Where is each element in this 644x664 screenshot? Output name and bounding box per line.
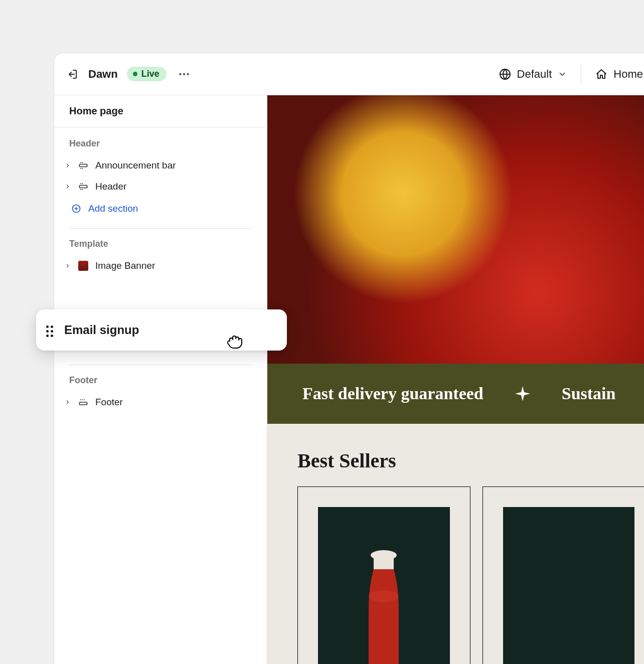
- product-card[interactable]: [482, 486, 645, 664]
- plus-circle-icon: [71, 204, 81, 214]
- thumbnail-icon: [78, 261, 88, 271]
- section-icon: [78, 397, 88, 407]
- chevron-right-icon: [64, 162, 71, 169]
- divider: [581, 64, 581, 84]
- section-icon: [78, 182, 88, 192]
- section-icon: [78, 160, 88, 171]
- group-label-header: Header: [54, 127, 267, 155]
- section-announcement-bar[interactable]: Announcement bar: [54, 155, 267, 176]
- section-label: Footer: [95, 397, 123, 408]
- preview-canvas[interactable]: Fast delivery guaranteed Sustain Best Se…: [267, 95, 644, 664]
- product-card[interactable]: [297, 486, 470, 664]
- add-section-header[interactable]: Add section: [54, 197, 267, 220]
- section-header[interactable]: Header: [54, 176, 267, 197]
- topbar: Dawn Live Default Home: [54, 53, 644, 95]
- group-label-template: Template: [54, 237, 267, 255]
- section-label: Header: [95, 181, 126, 192]
- exit-icon[interactable]: [66, 68, 78, 80]
- add-section-label: Add section: [88, 203, 138, 214]
- section-label: Announcement bar: [95, 160, 176, 171]
- svg-point-0: [179, 73, 181, 75]
- sparkle-icon: [514, 385, 532, 403]
- chevron-right-icon: [64, 399, 71, 405]
- home-icon: [595, 68, 607, 80]
- page-title: Home page: [54, 95, 267, 127]
- preview-section-title: Best Sellers: [267, 424, 644, 486]
- chevron-down-icon: [558, 70, 567, 79]
- locale-label: Default: [517, 68, 552, 81]
- status-dot-icon: [133, 72, 137, 76]
- sections-sidebar: Home page Header Announcement bar Head: [54, 95, 267, 664]
- grab-cursor-icon: [226, 331, 244, 349]
- svg-rect-4: [80, 164, 87, 167]
- status-badge-label: Live: [141, 69, 159, 79]
- page-selector[interactable]: Home: [595, 68, 643, 81]
- divider: [69, 228, 252, 229]
- page-selector-label: Home: [613, 68, 643, 81]
- divider: [69, 365, 252, 365]
- svg-rect-10: [374, 555, 394, 569]
- svg-rect-8: [80, 402, 87, 405]
- group-label-footer: Footer: [54, 373, 267, 392]
- chevron-right-icon: [64, 184, 71, 190]
- more-menu-button[interactable]: [178, 68, 191, 81]
- svg-point-2: [187, 73, 189, 75]
- section-label: Image Banner: [95, 260, 155, 271]
- svg-point-1: [183, 73, 185, 75]
- drag-handle-icon[interactable]: [46, 325, 55, 335]
- locale-selector[interactable]: Default: [499, 68, 567, 81]
- theme-name: Dawn: [88, 68, 118, 81]
- preview-ticker: Fast delivery guaranteed Sustain: [267, 364, 644, 424]
- product-image: [503, 507, 635, 664]
- svg-point-11: [369, 590, 399, 602]
- dragging-section-chip[interactable]: Email signup: [36, 309, 287, 351]
- dragging-section-label: Email signup: [64, 323, 139, 337]
- preview-product-grid: [267, 486, 644, 664]
- section-image-banner[interactable]: Image Banner: [54, 255, 267, 276]
- product-image: [318, 507, 450, 664]
- svg-rect-5: [80, 186, 87, 188]
- editor-body: Home page Header Announcement bar Head: [54, 95, 644, 664]
- section-footer[interactable]: Footer: [54, 392, 267, 413]
- status-badge: Live: [127, 67, 167, 81]
- editor-window: Dawn Live Default Home: [54, 53, 644, 664]
- ticker-item: Sustain: [562, 384, 616, 403]
- ticker-item: Fast delivery guaranteed: [302, 384, 484, 403]
- preview-hero-image: Fast delivery guaranteed Sustain: [267, 95, 644, 424]
- chevron-right-icon: [64, 263, 71, 269]
- globe-icon: [499, 68, 511, 80]
